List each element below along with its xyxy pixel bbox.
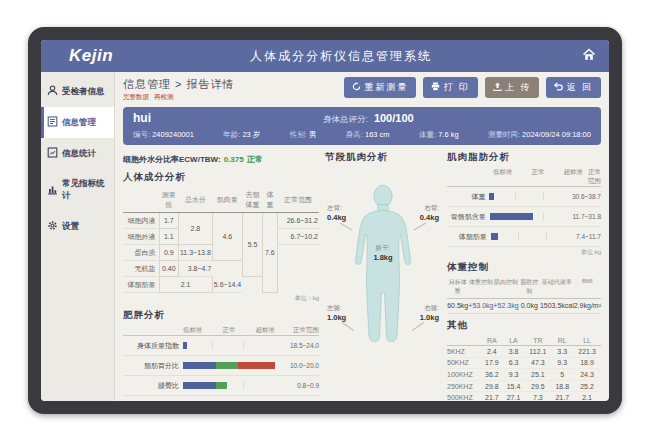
body-silhouette bbox=[333, 182, 433, 382]
report-icon bbox=[47, 116, 58, 129]
weight-control-value: +53.0kg bbox=[468, 299, 493, 309]
segmental-title: 节段肌肉分析 bbox=[325, 151, 441, 164]
refresh-icon bbox=[352, 82, 361, 93]
sidebar-item-label: 受检者信息 bbox=[62, 86, 105, 98]
trunk-value: 躯干:1.8kg bbox=[373, 244, 392, 262]
breadcrumb: 信息管理 > 报告详情 bbox=[123, 77, 344, 92]
weight-control-table: 目标体重 体重控制 肌肉控制 脂肪控制 基础代谢率 BMI 60.5kg +53… bbox=[447, 278, 601, 314]
table-row: 体脂肪量 2.1 5.6~14.4 bbox=[123, 277, 319, 293]
fat-control-value: 0.0kg bbox=[519, 299, 540, 309]
right-arm-value: 右臂:0.4kg bbox=[420, 204, 439, 222]
obesity-row-visceral-fat: 内脏脂肪(面积) 0.0~100.0 bbox=[123, 396, 319, 401]
print-label: 打 印 bbox=[443, 81, 470, 94]
table-row: 100KHZ36.29.325.1524.3 bbox=[447, 369, 601, 381]
remeasure-label: 重新测量 bbox=[364, 81, 408, 94]
muscle-fat-title: 肌肉脂肪分析 bbox=[447, 151, 601, 164]
obesity-row-bmi: 身体质量指数 18.5~24.0 bbox=[123, 336, 319, 356]
chart-icon bbox=[47, 184, 58, 197]
segmental-muscle-panel: 节段肌肉分析 左臂:0.4kg bbox=[325, 151, 441, 401]
left-arm-value: 左臂:0.4kg bbox=[327, 204, 346, 222]
muscle-fat-analysis: 低标准正常超标准 正常范围 体重 30.6~38.7 bbox=[447, 168, 601, 257]
body-fat-bar bbox=[491, 233, 576, 240]
table-row: 无机盐 0.40 3.8~4.7 bbox=[123, 261, 319, 277]
sidebar-item-subject-info[interactable]: 受检者信息 bbox=[41, 76, 114, 107]
skeletal-muscle-bar bbox=[490, 213, 573, 220]
sidebar-item-label: 信息统计 bbox=[62, 148, 96, 160]
bmi-value: 2.9kg/m² bbox=[574, 299, 601, 309]
upload-button[interactable]: 上 传 bbox=[485, 77, 540, 98]
upload-icon bbox=[493, 82, 502, 93]
table-row: 细胞内液 1.7 2.8 4.6 5.5 7.6 26.6~31.2 bbox=[123, 213, 319, 229]
obesity-analysis: 低标准正常超标准 正常范围 身体质量指数 18.5~24.0 bbox=[123, 326, 319, 401]
crumb-link-full-data[interactable]: 完整数据 bbox=[123, 93, 149, 102]
table-row: 250KHZ29.815.429.518.825.2 bbox=[447, 380, 601, 392]
print-button[interactable]: 打 印 bbox=[423, 77, 478, 98]
patient-weight: 体重: 7.6 kg bbox=[419, 130, 459, 140]
right-column: 肌肉脂肪分析 低标准正常超标准 正常范围 体 bbox=[447, 151, 601, 401]
obesity-row-whr: 腰臀比 0.8~0.9 bbox=[123, 376, 319, 396]
tablet-frame: Kejin 人体成分分析仪信息管理系统 受检者信息 信息管理 bbox=[28, 27, 622, 414]
composition-title: 人体成分分析 bbox=[123, 171, 319, 184]
sidebar-item-info-statistics[interactable]: 信息统计 bbox=[41, 138, 114, 169]
table-row: 500KHZ21.727.17.321.72.1 bbox=[447, 392, 601, 401]
back-label: 返 回 bbox=[566, 81, 593, 94]
whr-bar bbox=[183, 382, 275, 389]
muscle-fat-unit: 单位:kg bbox=[447, 248, 601, 257]
left-column: 细胞外水分比率ECW/TBW:0.375正常 人体成分分析 测量值 总水分 肌肉… bbox=[123, 151, 319, 401]
other-title: 其他 bbox=[447, 319, 601, 332]
sidebar: 受检者信息 信息管理 信息统计 常见指标统计 设置 bbox=[41, 72, 115, 401]
mf-row-weight: 体重 30.6~38.7 bbox=[447, 187, 601, 207]
composition-unit: 单位：kg bbox=[123, 294, 319, 303]
patient-name: hui bbox=[133, 111, 323, 125]
measure-time: 测量时间: 2024/09/24 09:18:00 bbox=[488, 130, 591, 140]
bmi-bar bbox=[183, 342, 275, 349]
back-icon bbox=[554, 82, 563, 93]
fat-percent-bar bbox=[183, 362, 275, 369]
score-value: 100/100 bbox=[374, 112, 414, 124]
app-header: Kejin 人体成分分析仪信息管理系统 bbox=[41, 40, 609, 72]
table-row: 5KHZ2.43.8112.13.3221.3 bbox=[447, 346, 601, 358]
back-button[interactable]: 返 回 bbox=[546, 77, 601, 98]
user-icon bbox=[47, 85, 58, 98]
ecw-ratio: 细胞外水分比率ECW/TBW:0.375正常 bbox=[123, 154, 319, 165]
patient-id: 编号: 2409240001 bbox=[133, 130, 194, 140]
sidebar-item-common-indicators[interactable]: 常见指标统计 bbox=[41, 169, 114, 211]
brand-logo: Kejin bbox=[69, 46, 113, 66]
table-row: 50KHZ17.96.347.39.318.9 bbox=[447, 357, 601, 369]
gear-icon bbox=[47, 220, 58, 233]
app-title: 人体成分分析仪信息管理系统 bbox=[113, 48, 569, 65]
home-button[interactable] bbox=[569, 47, 609, 65]
crumb-link-retest[interactable]: 再检测 bbox=[154, 93, 174, 102]
patient-summary-bar: hui 身体总评分: 100/100 编号: 2409240001 年龄: 23… bbox=[123, 107, 601, 145]
score-label: 身体总评分: bbox=[323, 114, 368, 126]
impedance-table: RA LA TR RL LL 5KHZ2.43.8112.13.3221.3 5… bbox=[447, 335, 601, 401]
toolbar: 信息管理 > 报告详情 完整数据 再检测 重新测量 打 bbox=[115, 72, 609, 104]
mf-row-skeletal-muscle: 骨骼肌含量 11.7~31.8 bbox=[447, 207, 601, 227]
right-leg-value: 右腿:1.0kg bbox=[420, 304, 439, 322]
obesity-row-fat-percent: 脂肪百分比 10.0~20.0 bbox=[123, 356, 319, 376]
home-icon bbox=[582, 47, 596, 65]
weight-control-title: 体重控制 bbox=[447, 261, 601, 274]
patient-height: 身高: 163 cm bbox=[346, 130, 390, 140]
patient-age: 年龄: 23 岁 bbox=[223, 130, 260, 140]
patient-gender: 性别: 男 bbox=[290, 130, 317, 140]
sidebar-item-settings[interactable]: 设置 bbox=[41, 211, 114, 242]
remeasure-button[interactable]: 重新测量 bbox=[344, 77, 416, 98]
upload-label: 上 传 bbox=[505, 81, 532, 94]
weight-bar bbox=[489, 193, 571, 200]
obesity-title: 肥胖分析 bbox=[123, 309, 319, 322]
muscle-control-value: +52.3kg bbox=[493, 299, 518, 309]
main-area: 信息管理 > 报告详情 完整数据 再检测 重新测量 打 bbox=[115, 72, 609, 401]
mf-row-body-fat: 体脂肪量 7.4~11.7 bbox=[447, 227, 601, 247]
sidebar-item-label: 信息管理 bbox=[62, 117, 96, 129]
stats-icon bbox=[47, 147, 58, 160]
bmr-value: 1503.5kcal bbox=[540, 299, 574, 309]
left-leg-value: 左腿:1.0kg bbox=[327, 304, 346, 322]
target-weight: 60.5kg bbox=[447, 299, 468, 309]
composition-table: 测量值 总水分 肌肉量 去脂体重 体重 正常范围 细胞内液 1.7 2.8 bbox=[123, 188, 319, 293]
print-icon bbox=[431, 82, 440, 93]
app-screen: Kejin 人体成分分析仪信息管理系统 受检者信息 信息管理 bbox=[41, 40, 609, 401]
sidebar-item-label: 设置 bbox=[62, 221, 79, 233]
sidebar-item-info-management[interactable]: 信息管理 bbox=[41, 107, 114, 138]
sidebar-item-label: 常见指标统计 bbox=[62, 178, 110, 202]
